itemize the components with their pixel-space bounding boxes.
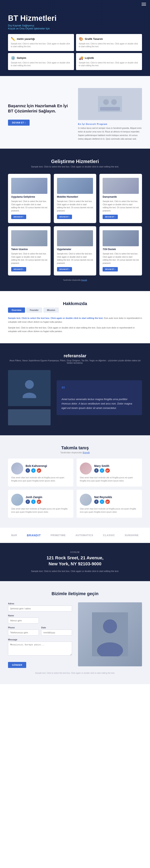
social-tw-4[interactable]: t [100,499,104,504]
contact-image-side [78,602,142,668]
team-sub: Tarafından oluşturuldu Brandit [8,451,142,454]
social-gp-2[interactable]: g+ [106,468,110,473]
team-avatar-1 [11,463,23,474]
mission-btn[interactable]: Devam Et › [8,120,30,126]
service-card-logistics: 🚚 Lojistik Sample text. Click to select … [76,53,142,70]
service-item-text-1: Sample text. Click to select the test bo… [11,200,48,212]
service-img-6 [102,230,139,246]
team-section: Takımla tanış Tarafından oluşturuldu Bra… [0,435,150,528]
name-input[interactable] [8,618,39,624]
social-fb-3[interactable]: f [26,499,30,504]
service-card-development: ⚙️ Gelişim Sample text. Click to select … [8,53,74,70]
service-img-3 [102,178,139,194]
team-text-2: Glas amet vitae bort molestie atle at fr… [80,476,139,483]
brand-logo-1: B&R [11,534,17,537]
tab-founder[interactable]: Founder [26,307,42,313]
service-item-text-4: Sample text. Click to select the test bo… [11,252,48,265]
contact-footer-text: Sample text. Click to select the text bo… [8,672,142,674]
service-item-title-4: Takım Uzantısı [11,248,48,251]
social-tw-2[interactable]: t [100,468,104,473]
contact-section: Bizimle iletişime geçin Adres Name Phone [0,581,150,684]
service-card-copywriting: ✏️ metin yazarlığı Sample text. Click to… [8,34,74,51]
testimonial-person-img [8,370,51,406]
brand-logo-5: CLASSIC [103,534,115,537]
address-extra-text: Sample text. Click to select the text bo… [8,569,142,573]
service-card-text-4: Sample text. Click to select the text bo… [79,61,139,67]
tab-mission[interactable]: Mission [43,307,59,313]
address-line2: New York, NY 92103-9000 [8,561,142,566]
service-item-6: 7/24 Destek Sample text. Click to select… [99,226,142,276]
team-avatar-2 [80,463,92,474]
hero-subtitle: Dış Kaynak Sağlıyoruz Küçük ve Orta Ölçe… [8,24,142,30]
palette-icon: 🎨 [79,37,83,41]
tab-overview[interactable]: Overview [8,307,25,313]
service-card-title-3: Gelişim [17,56,26,59]
message-textarea[interactable] [8,642,72,656]
team-sub-link[interactable]: Brandit [83,451,90,454]
service-img-4 [11,230,48,246]
team-title: Takımla tanış [8,445,142,451]
quote-icon: " [61,385,137,395]
date-input[interactable] [41,629,72,636]
team-name-4: Nat Reynolds [94,496,112,499]
contact-submit-btn[interactable]: GÖNDER [8,662,26,668]
service-item-2: Mobilite Hizmetleri Sample text. Click t… [54,174,96,223]
contact-side-image [78,602,142,666]
team-text-1: Glas amet vitae bort molestie atle at fr… [11,476,70,483]
social-gp-4[interactable]: g+ [106,499,110,504]
mission-left: Başarınız İçin Hazırlamak En İyi BT Çözü… [8,103,72,126]
team-text-3: Glas amet vitae bort molestie at fringil… [11,507,70,514]
service-item-btn-1[interactable]: Devam Et › [11,215,26,219]
team-name-2: Mary Smith [94,464,110,467]
testimonial-quote-text: Amet luctus venenatis lectus magna fring… [61,397,137,410]
service-item-btn-4[interactable]: Devam Et › [11,267,26,272]
about-us-title: Hakkımızda [8,301,142,306]
date-label-field: Date [41,626,72,629]
social-fb-2[interactable]: f [94,468,99,473]
service-img-5 [57,230,93,246]
social-gp-1[interactable]: g+ [37,468,41,473]
service-item-4: Takım Uzantısı Sample text. Click to sel… [8,226,51,276]
service-card-graphic: 🎨 Grafik Tasarım Sample text. Click to s… [76,34,142,51]
service-item-title-1: Uygulama Geliştirme [11,195,48,198]
social-fb-4[interactable]: f [94,499,99,504]
service-item-btn-6[interactable]: Devam Et › [102,267,118,272]
testimonials-inner: " Amet luctus venenatis lectus magna fri… [8,370,142,425]
mission-right-label: En İyi Dereceli Program [78,123,142,125]
social-tw-3[interactable]: t [31,499,36,504]
hero-section: BT Hizmetleri Dış Kaynak Sağlıyoruz Küçü… [0,0,150,76]
phone-input[interactable] [8,629,39,636]
service-card-title-1: metin yazarlığı [17,37,35,40]
tabs-row: Overview Founder Mission [8,307,142,313]
service-img-1 [11,178,48,194]
contact-grid: Adres Name Phone Date [8,602,142,668]
services-grid: Uygulama Geliştirme Sample text. Click t… [8,174,142,276]
service-item-btn-2[interactable]: Devam Et › [57,215,72,219]
svg-point-5 [23,393,36,398]
svg-point-1 [103,99,109,105]
service-item-btn-3[interactable]: Devam Et › [102,215,118,219]
social-gp-3[interactable]: g+ [37,499,41,504]
service-item-5: Uygulamalar Sample text. Click to select… [54,226,96,276]
team-grid: Bob Kahverengi f t g+ Glas amet vitae bo… [8,459,142,518]
service-item-3: Danışmanlık Sample text. Click to select… [99,174,142,223]
services-section: Geliştirme Hizmetleri Sample text. Click… [0,149,150,291]
message-label-field: Message [8,638,72,641]
address-line1: 121 Rock Sreet, 21 Avenue, [8,555,142,561]
social-tw-1[interactable]: t [31,468,36,473]
address-section: Konum 121 Rock Sreet, 21 Avenue, New Yor… [0,543,150,581]
hamburger-menu[interactable] [142,3,146,6]
testimonial-person [8,370,51,425]
phone-label-field: Phone [8,626,39,629]
team-card-1: Bob Kahverengi f t g+ Glas amet vitae bo… [8,459,73,487]
social-fb-1[interactable]: f [26,468,30,473]
service-item-text-2: Sample text. Click to select the test bo… [57,200,93,212]
service-item-btn-5[interactable]: Devam Et › [57,267,72,272]
service-item-1: Uygulama Geliştirme Sample text. Click t… [8,174,51,223]
testimonials-section: referanslar Asus Filters, Vavur Joplo/Am… [0,343,150,435]
mission-section: Başarınız İçin Hazırlamak En İyi BT Çözü… [0,76,150,149]
services-footer-link[interactable]: Brandit [81,279,87,281]
name-label-field: Name [8,614,39,617]
address-input[interactable] [8,606,72,612]
about-us-section: Hakkımızda Overview Founder Mission Samp… [0,291,150,343]
